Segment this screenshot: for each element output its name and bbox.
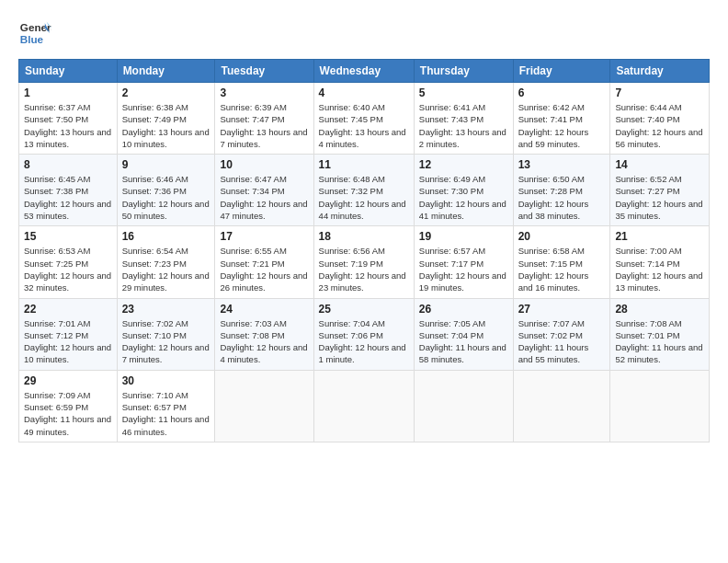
day-number: 14 bbox=[615, 158, 704, 171]
day-detail: Sunrise: 6:42 AMSunset: 7:41 PMDaylight:… bbox=[518, 102, 589, 149]
day-detail: Sunrise: 7:07 AMSunset: 7:02 PMDaylight:… bbox=[518, 318, 589, 365]
day-number: 20 bbox=[518, 230, 606, 243]
col-sunday: Sunday bbox=[19, 60, 118, 83]
calendar-cell: 8 Sunrise: 6:45 AMSunset: 7:38 PMDayligh… bbox=[19, 155, 118, 226]
calendar-cell: 26 Sunrise: 7:05 AMSunset: 7:04 PMDaylig… bbox=[414, 298, 513, 370]
day-detail: Sunrise: 7:10 AMSunset: 6:57 PMDaylight:… bbox=[122, 390, 210, 437]
day-detail: Sunrise: 6:56 AMSunset: 7:19 PMDaylight:… bbox=[319, 246, 406, 293]
day-detail: Sunrise: 6:49 AMSunset: 7:30 PMDaylight:… bbox=[419, 174, 506, 221]
day-detail: Sunrise: 7:05 AMSunset: 7:04 PMDaylight:… bbox=[419, 318, 506, 365]
day-number: 16 bbox=[122, 230, 210, 243]
col-thursday: Thursday bbox=[414, 60, 513, 83]
calendar-cell bbox=[610, 370, 710, 442]
day-detail: Sunrise: 6:55 AMSunset: 7:21 PMDaylight:… bbox=[220, 246, 307, 293]
calendar-cell: 6 Sunrise: 6:42 AMSunset: 7:41 PMDayligh… bbox=[513, 83, 610, 155]
day-number: 11 bbox=[319, 158, 409, 171]
calendar-table: Sunday Monday Tuesday Wednesday Thursday… bbox=[18, 59, 710, 442]
day-number: 8 bbox=[24, 158, 112, 171]
calendar-cell: 25 Sunrise: 7:04 AMSunset: 7:06 PMDaylig… bbox=[313, 298, 414, 370]
day-number: 27 bbox=[518, 303, 606, 316]
day-number: 26 bbox=[419, 303, 508, 316]
calendar-cell: 21 Sunrise: 7:00 AMSunset: 7:14 PMDaylig… bbox=[610, 226, 710, 298]
calendar-week-row: 22 Sunrise: 7:01 AMSunset: 7:12 PMDaylig… bbox=[19, 298, 710, 370]
day-number: 6 bbox=[518, 86, 606, 99]
col-saturday: Saturday bbox=[610, 60, 710, 83]
day-detail: Sunrise: 6:47 AMSunset: 7:34 PMDaylight:… bbox=[220, 174, 307, 221]
calendar-cell bbox=[414, 370, 513, 442]
day-detail: Sunrise: 6:39 AMSunset: 7:47 PMDaylight:… bbox=[220, 102, 307, 149]
page: General Blue Sunday Monday Tuesday Wedne… bbox=[0, 0, 728, 563]
day-detail: Sunrise: 7:04 AMSunset: 7:06 PMDaylight:… bbox=[319, 318, 406, 365]
calendar-cell: 1 Sunrise: 6:37 AMSunset: 7:50 PMDayligh… bbox=[19, 83, 118, 155]
calendar-cell: 19 Sunrise: 6:57 AMSunset: 7:17 PMDaylig… bbox=[414, 226, 513, 298]
calendar-week-row: 29 Sunrise: 7:09 AMSunset: 6:59 PMDaylig… bbox=[19, 370, 710, 442]
col-monday: Monday bbox=[117, 60, 215, 83]
logo-icon: General Blue bbox=[18, 17, 51, 50]
calendar-week-row: 15 Sunrise: 6:53 AMSunset: 7:25 PMDaylig… bbox=[19, 226, 710, 298]
day-number: 2 bbox=[122, 86, 210, 99]
day-detail: Sunrise: 6:57 AMSunset: 7:17 PMDaylight:… bbox=[419, 246, 506, 293]
calendar-cell: 27 Sunrise: 7:07 AMSunset: 7:02 PMDaylig… bbox=[513, 298, 610, 370]
calendar-cell bbox=[215, 370, 313, 442]
day-number: 22 bbox=[24, 303, 112, 316]
col-friday: Friday bbox=[513, 60, 610, 83]
day-detail: Sunrise: 6:53 AMSunset: 7:25 PMDaylight:… bbox=[24, 246, 111, 293]
day-detail: Sunrise: 6:45 AMSunset: 7:38 PMDaylight:… bbox=[24, 174, 111, 221]
day-detail: Sunrise: 7:01 AMSunset: 7:12 PMDaylight:… bbox=[24, 318, 111, 365]
day-number: 29 bbox=[24, 374, 112, 387]
day-detail: Sunrise: 7:08 AMSunset: 7:01 PMDaylight:… bbox=[615, 318, 702, 365]
day-detail: Sunrise: 6:46 AMSunset: 7:36 PMDaylight:… bbox=[122, 174, 210, 221]
day-number: 13 bbox=[518, 158, 606, 171]
header: General Blue bbox=[18, 17, 710, 50]
day-detail: Sunrise: 6:50 AMSunset: 7:28 PMDaylight:… bbox=[518, 174, 589, 221]
calendar-week-row: 8 Sunrise: 6:45 AMSunset: 7:38 PMDayligh… bbox=[19, 155, 710, 226]
day-detail: Sunrise: 6:37 AMSunset: 7:50 PMDaylight:… bbox=[24, 102, 111, 149]
day-number: 1 bbox=[24, 86, 112, 99]
calendar-cell: 23 Sunrise: 7:02 AMSunset: 7:10 PMDaylig… bbox=[117, 298, 215, 370]
day-detail: Sunrise: 7:02 AMSunset: 7:10 PMDaylight:… bbox=[122, 318, 210, 365]
calendar-cell: 11 Sunrise: 6:48 AMSunset: 7:32 PMDaylig… bbox=[313, 155, 414, 226]
day-detail: Sunrise: 7:09 AMSunset: 6:59 PMDaylight:… bbox=[24, 390, 111, 437]
day-number: 25 bbox=[319, 303, 409, 316]
calendar-cell: 3 Sunrise: 6:39 AMSunset: 7:47 PMDayligh… bbox=[215, 83, 313, 155]
day-number: 30 bbox=[122, 374, 210, 387]
day-number: 17 bbox=[220, 230, 308, 243]
calendar-cell: 16 Sunrise: 6:54 AMSunset: 7:23 PMDaylig… bbox=[117, 226, 215, 298]
calendar-cell: 24 Sunrise: 7:03 AMSunset: 7:08 PMDaylig… bbox=[215, 298, 313, 370]
calendar-cell: 10 Sunrise: 6:47 AMSunset: 7:34 PMDaylig… bbox=[215, 155, 313, 226]
day-detail: Sunrise: 6:38 AMSunset: 7:49 PMDaylight:… bbox=[122, 102, 210, 149]
calendar-cell: 22 Sunrise: 7:01 AMSunset: 7:12 PMDaylig… bbox=[19, 298, 118, 370]
calendar-cell: 15 Sunrise: 6:53 AMSunset: 7:25 PMDaylig… bbox=[19, 226, 118, 298]
calendar-cell: 14 Sunrise: 6:52 AMSunset: 7:27 PMDaylig… bbox=[610, 155, 710, 226]
calendar-cell: 9 Sunrise: 6:46 AMSunset: 7:36 PMDayligh… bbox=[117, 155, 215, 226]
calendar-cell: 4 Sunrise: 6:40 AMSunset: 7:45 PMDayligh… bbox=[313, 83, 414, 155]
calendar-cell bbox=[313, 370, 414, 442]
col-wednesday: Wednesday bbox=[313, 60, 414, 83]
day-number: 10 bbox=[220, 158, 308, 171]
day-number: 12 bbox=[419, 158, 508, 171]
day-number: 15 bbox=[24, 230, 112, 243]
day-detail: Sunrise: 7:03 AMSunset: 7:08 PMDaylight:… bbox=[220, 318, 307, 365]
calendar-header-row: Sunday Monday Tuesday Wednesday Thursday… bbox=[19, 60, 710, 83]
calendar-week-row: 1 Sunrise: 6:37 AMSunset: 7:50 PMDayligh… bbox=[19, 83, 710, 155]
day-detail: Sunrise: 7:00 AMSunset: 7:14 PMDaylight:… bbox=[615, 246, 702, 293]
col-tuesday: Tuesday bbox=[215, 60, 313, 83]
calendar-cell: 20 Sunrise: 6:58 AMSunset: 7:15 PMDaylig… bbox=[513, 226, 610, 298]
day-number: 18 bbox=[319, 230, 409, 243]
day-number: 9 bbox=[122, 158, 210, 171]
day-number: 24 bbox=[220, 303, 308, 316]
day-detail: Sunrise: 6:54 AMSunset: 7:23 PMDaylight:… bbox=[122, 246, 210, 293]
day-number: 23 bbox=[122, 303, 210, 316]
day-number: 4 bbox=[319, 86, 409, 99]
logo: General Blue bbox=[18, 17, 51, 50]
calendar-cell: 2 Sunrise: 6:38 AMSunset: 7:49 PMDayligh… bbox=[117, 83, 215, 155]
day-number: 7 bbox=[615, 86, 704, 99]
day-number: 21 bbox=[615, 230, 704, 243]
calendar-cell bbox=[513, 370, 610, 442]
day-number: 5 bbox=[419, 86, 508, 99]
calendar-cell: 5 Sunrise: 6:41 AMSunset: 7:43 PMDayligh… bbox=[414, 83, 513, 155]
calendar-cell: 17 Sunrise: 6:55 AMSunset: 7:21 PMDaylig… bbox=[215, 226, 313, 298]
day-number: 28 bbox=[615, 303, 704, 316]
day-number: 19 bbox=[419, 230, 508, 243]
day-detail: Sunrise: 6:48 AMSunset: 7:32 PMDaylight:… bbox=[319, 174, 406, 221]
